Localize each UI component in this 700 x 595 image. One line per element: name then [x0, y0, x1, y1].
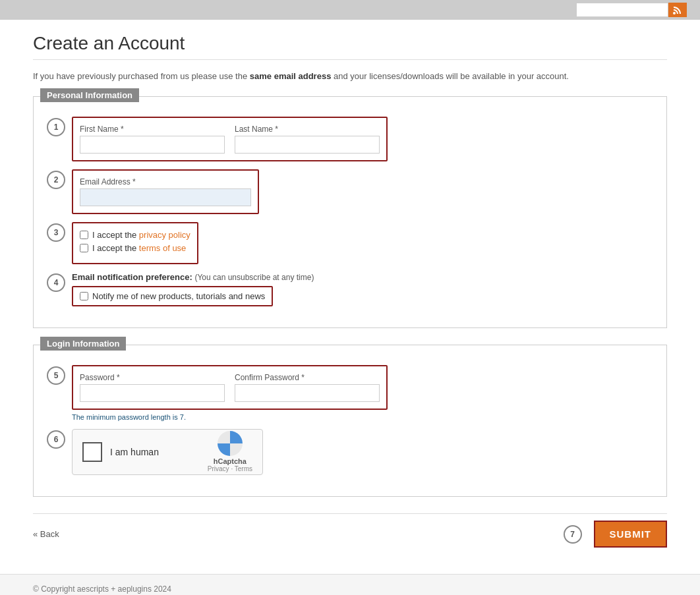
- email-label: Email Address *: [80, 177, 251, 186]
- back-link[interactable]: « Back: [33, 529, 59, 539]
- notification-group: Email notification preference: (You can …: [72, 272, 314, 306]
- privacy-checkbox-row: I accept the privacy policy: [80, 230, 190, 240]
- password-group: Password * Confirm Password * The minimu…: [72, 365, 388, 421]
- last-name-input[interactable]: [235, 136, 380, 154]
- first-name-label: First Name *: [80, 125, 225, 134]
- captcha-left: I am human: [82, 442, 159, 462]
- top-bar: [0, 0, 700, 20]
- captcha-label: I am human: [110, 447, 159, 457]
- first-name-group: First Name *: [80, 125, 225, 154]
- name-row: First Name * Last Name *: [80, 125, 380, 154]
- personal-info-section: Personal Information 1 First Name * Last…: [33, 96, 667, 328]
- privacy-checkbox[interactable]: [80, 231, 88, 239]
- terms-checkbox[interactable]: [80, 244, 88, 252]
- captcha-checkbox[interactable]: [82, 442, 102, 462]
- terms-label: I accept the terms of use: [92, 243, 186, 253]
- footer: © Copyright aescripts + aeplugins 2024 S…: [0, 574, 700, 596]
- step-3-row: 3 I accept the privacy policy I accept t…: [47, 222, 653, 264]
- step-6-row: 6 I am human hCaptcha Privacy ·: [47, 429, 653, 475]
- password-field-group: Password *: [80, 373, 225, 402]
- confirm-password-label: Confirm Password *: [235, 373, 380, 382]
- rss-icon: [673, 5, 682, 14]
- privacy-policy-link[interactable]: privacy policy: [139, 230, 190, 240]
- submit-button[interactable]: SUBMIT: [594, 521, 668, 548]
- notify-checkbox[interactable]: [80, 292, 88, 300]
- hcaptcha-logo-icon: [218, 431, 243, 456]
- action-row: « Back 7 SUBMIT: [33, 513, 667, 554]
- captcha-widget[interactable]: I am human hCaptcha Privacy · Terms: [72, 429, 263, 475]
- step-4-circle: 4: [47, 273, 65, 292]
- last-name-label: Last Name *: [235, 125, 380, 134]
- terms-of-use-link[interactable]: terms of use: [139, 243, 187, 253]
- step-2-row: 2 Email Address *: [47, 169, 653, 214]
- confirm-password-input[interactable]: [235, 384, 380, 402]
- email-group: Email Address *: [72, 169, 259, 214]
- step-2-circle: 2: [47, 171, 65, 189]
- password-input[interactable]: [80, 384, 225, 402]
- login-info-section: Login Information 5 Password *: [33, 345, 667, 497]
- step-5-circle: 5: [47, 366, 65, 385]
- hcaptcha-brand: hCaptcha: [214, 457, 247, 465]
- last-name-group: Last Name *: [235, 125, 380, 154]
- hcaptcha-links: Privacy · Terms: [208, 465, 252, 472]
- password-outlined: Password * Confirm Password *: [72, 365, 388, 410]
- hcaptcha-privacy-link[interactable]: Privacy: [208, 465, 229, 472]
- email-field-group: Email Address *: [80, 177, 251, 206]
- password-label: Password *: [80, 373, 225, 382]
- step-7-circle: 7: [564, 525, 582, 544]
- accept-group: I accept the privacy policy I accept the…: [72, 222, 198, 264]
- first-name-input[interactable]: [80, 136, 225, 154]
- personal-info-legend: Personal Information: [40, 88, 139, 102]
- notify-wrapper: Notify me of new products, tutorials and…: [72, 286, 273, 306]
- password-hint: The minimum password length is 7.: [72, 413, 388, 421]
- confirm-password-field-group: Confirm Password *: [235, 373, 380, 402]
- rss-button[interactable]: [668, 3, 687, 17]
- hcaptcha-terms-link[interactable]: Terms: [235, 465, 252, 472]
- step-6-circle: 6: [47, 430, 65, 449]
- captcha-right: hCaptcha Privacy · Terms: [208, 431, 252, 472]
- name-group: First Name * Last Name *: [72, 117, 388, 161]
- intro-text: If you have previously purchased from us…: [33, 70, 667, 83]
- step-1-circle: 1: [47, 118, 65, 136]
- footer-copyright: © Copyright aescripts + aeplugins 2024: [13, 584, 687, 594]
- svg-point-0: [673, 12, 676, 14]
- step-4-row: 4 Email notification preference: (You ca…: [47, 272, 653, 306]
- step-3-circle: 3: [47, 223, 65, 242]
- login-info-legend: Login Information: [40, 337, 126, 351]
- email-input[interactable]: [80, 188, 251, 206]
- title-divider: [33, 59, 667, 60]
- page-title: Create an Account: [33, 33, 667, 54]
- terms-checkbox-row: I accept the terms of use: [80, 243, 190, 253]
- submit-wrapper: 7 SUBMIT: [564, 521, 668, 548]
- step-5-row: 5 Password * Confirm Password *: [47, 365, 653, 421]
- email-pref-label: Email notification preference: (You can …: [72, 272, 314, 282]
- notify-label: Notify me of new products, tutorials and…: [92, 291, 265, 301]
- password-row: Password * Confirm Password *: [80, 373, 380, 402]
- step-1-row: 1 First Name * Last Name *: [47, 117, 653, 161]
- privacy-label: I accept the privacy policy: [92, 230, 190, 240]
- search-input[interactable]: [576, 3, 668, 17]
